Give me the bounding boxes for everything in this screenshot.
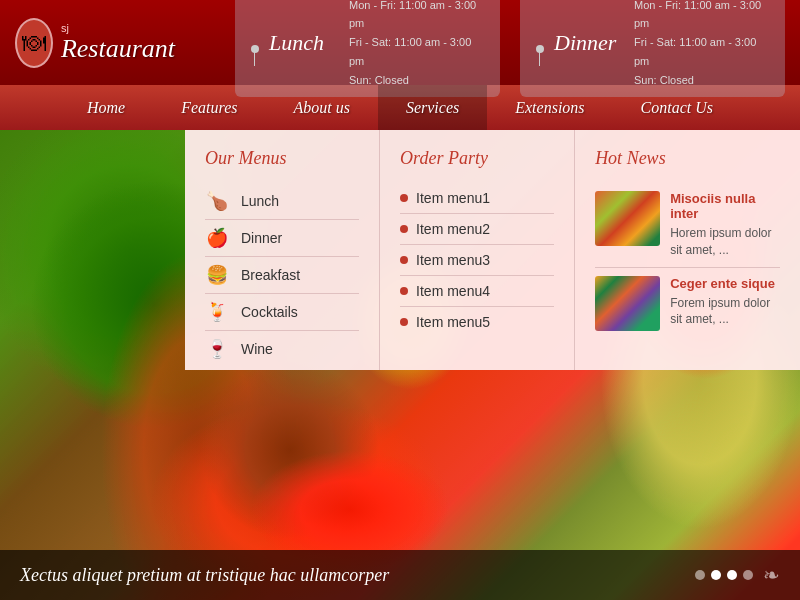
news-item-2[interactable]: Ceger ente sique Forem ipsum dolor sit a…: [595, 268, 780, 339]
nav-about[interactable]: About us: [265, 85, 377, 130]
nav-extensions[interactable]: Extensions: [487, 85, 612, 130]
bullet-2: [400, 225, 408, 233]
hot-news-col: Hot News Misociis nulla inter Horem ipsu…: [575, 130, 800, 370]
dot-4[interactable]: [743, 570, 753, 580]
news-body-2: Forem ipsum dolor sit amet, ...: [670, 295, 780, 329]
menu-item-breakfast[interactable]: 🍔 Breakfast: [205, 257, 359, 294]
breakfast-icon: 🍔: [205, 264, 229, 286]
dropdown-panel: Our Menus 🍗 Lunch 🍎 Dinner 🍔 Breakfast 🍹…: [185, 130, 800, 370]
bullet-3: [400, 256, 408, 264]
dot-3[interactable]: [727, 570, 737, 580]
logo-area: 🍽 sj Restaurant: [15, 18, 175, 68]
our-menus-title: Our Menus: [205, 148, 359, 169]
news-text-1: Misociis nulla inter Horem ipsum dolor s…: [670, 191, 780, 259]
lunch-icon: 🍗: [205, 190, 229, 212]
order-party-col: Order Party Item menu1 Item menu2 Item m…: [380, 130, 575, 370]
menu-item-dinner[interactable]: 🍎 Dinner: [205, 220, 359, 257]
bullet-5: [400, 318, 408, 326]
news-item-1[interactable]: Misociis nulla inter Horem ipsum dolor s…: [595, 183, 780, 268]
hot-news-title: Hot News: [595, 148, 780, 169]
dot-1[interactable]: [695, 570, 705, 580]
news-title-2: Ceger ente sique: [670, 276, 780, 291]
party-item-3[interactable]: Item menu3: [400, 245, 554, 276]
news-body-1: Horem ipsum dolor sit amet, ...: [670, 225, 780, 259]
nav-services[interactable]: Services: [378, 85, 487, 130]
logo-text: Restaurant: [61, 34, 175, 64]
banner-text: Xectus aliquet pretium at tristique hac …: [20, 565, 389, 586]
party-item-4[interactable]: Item menu4: [400, 276, 554, 307]
wine-icon: 🍷: [205, 338, 229, 360]
logo-icon: 🍽: [15, 18, 53, 68]
meal-info: Lunch Mon - Fri: 11:00 am - 3:00 pm Fri …: [235, 0, 785, 97]
bullet-4: [400, 287, 408, 295]
header: 🍽 sj Restaurant Lunch Mon - Fri: 11:00 a…: [0, 0, 800, 85]
main-nav: Home Features About us Services Extensio…: [0, 85, 800, 130]
dinner-title: Dinner: [554, 30, 624, 56]
party-item-2[interactable]: Item menu2: [400, 214, 554, 245]
lunch-card: Lunch Mon - Fri: 11:00 am - 3:00 pm Fri …: [235, 0, 500, 97]
order-party-title: Order Party: [400, 148, 554, 169]
news-title-1: Misociis nulla inter: [670, 191, 780, 221]
news-thumb-2: [595, 276, 660, 331]
bottom-banner: Xectus aliquet pretium at tristique hac …: [0, 550, 800, 600]
banner-deco: ❧: [763, 563, 780, 587]
dinner-icon: 🍎: [205, 227, 229, 249]
nav-home[interactable]: Home: [59, 85, 153, 130]
cocktails-icon: 🍹: [205, 301, 229, 323]
news-text-2: Ceger ente sique Forem ipsum dolor sit a…: [670, 276, 780, 331]
nav-contact[interactable]: Contact Us: [613, 85, 741, 130]
sj-label: sj: [61, 22, 175, 34]
menu-item-cocktails[interactable]: 🍹 Cocktails: [205, 294, 359, 331]
main-area: Our Menus 🍗 Lunch 🍎 Dinner 🍔 Breakfast 🍹…: [0, 130, 800, 600]
party-item-1[interactable]: Item menu1: [400, 183, 554, 214]
nav-features[interactable]: Features: [153, 85, 265, 130]
dinner-card: Dinner Mon - Fri: 11:00 am - 3:00 pm Fri…: [520, 0, 785, 97]
our-menus-col: Our Menus 🍗 Lunch 🍎 Dinner 🍔 Breakfast 🍹…: [185, 130, 380, 370]
party-item-5[interactable]: Item menu5: [400, 307, 554, 337]
bullet-1: [400, 194, 408, 202]
lunch-title: Lunch: [269, 30, 339, 56]
news-thumb-1: [595, 191, 660, 246]
lunch-hours: Mon - Fri: 11:00 am - 3:00 pm Fri - Sat:…: [349, 0, 484, 89]
banner-dots: [695, 570, 753, 580]
dinner-hours: Mon - Fri: 11:00 am - 3:00 pm Fri - Sat:…: [634, 0, 769, 89]
dot-2[interactable]: [711, 570, 721, 580]
menu-item-lunch[interactable]: 🍗 Lunch: [205, 183, 359, 220]
menu-item-wine[interactable]: 🍷 Wine: [205, 331, 359, 367]
